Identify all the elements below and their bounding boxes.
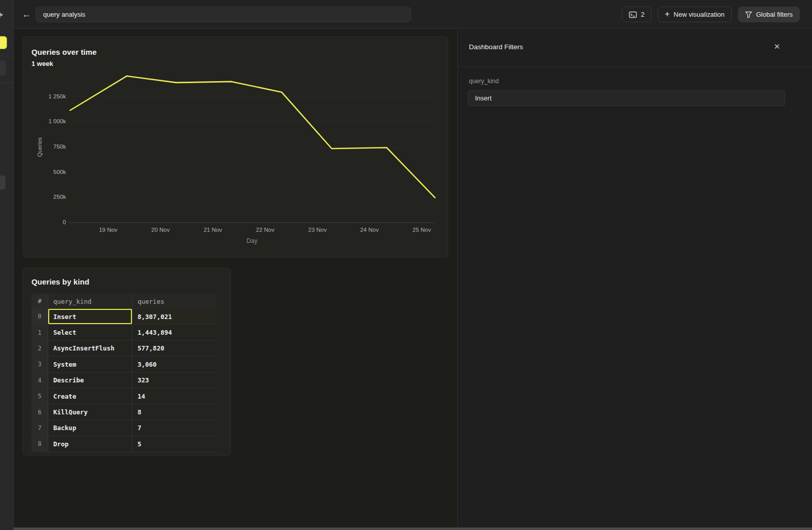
close-panel-button[interactable]: ✕ (771, 41, 783, 52)
query-kind-cell[interactable]: Create (48, 388, 132, 404)
queries-count-cell[interactable]: 577,820 (132, 341, 216, 356)
panel-divider (458, 66, 812, 67)
bottom-edge-band (0, 527, 812, 530)
x-tick-label: 25 Nov (404, 227, 439, 233)
y-tick-label: 500k (30, 169, 66, 175)
x-tick-label: 24 Nov (352, 227, 387, 233)
table-row: 5Create14 (31, 388, 216, 404)
new-visualization-button[interactable]: + New visualization (658, 7, 732, 22)
chart-title: Queries over time (31, 48, 96, 56)
y-tick-label: 0 (30, 219, 66, 225)
queries-count-cell[interactable]: 5 (132, 436, 216, 451)
queries-count-cell[interactable]: 3,060 (132, 357, 216, 372)
row-index-cell[interactable]: 4 (31, 373, 48, 388)
top-bar: ← 2 + New visualization Global filters (14, 0, 812, 29)
plus-icon: + (665, 10, 669, 19)
x-tick-label: 23 Nov (300, 227, 335, 233)
topbar-actions: 2 + New visualization Global filters (622, 7, 800, 22)
query-kind-cell[interactable]: KillQuery (48, 404, 132, 419)
funnel-icon (745, 11, 752, 18)
global-filters-button[interactable]: Global filters (738, 7, 800, 22)
queries-count-cell[interactable]: 1,443,894 (132, 325, 216, 340)
queries-by-kind-table: #query_kindqueries 0Insert8,307,0211Sele… (31, 294, 216, 452)
x-tick-label: 19 Nov (90, 227, 126, 233)
dashboard-title-input[interactable] (36, 7, 411, 22)
table-row: 3System3,060 (31, 357, 216, 372)
query-kind-filter-input[interactable] (468, 90, 785, 106)
row-index-cell[interactable]: 5 (31, 388, 48, 404)
row-index-cell[interactable]: 7 (31, 420, 48, 436)
panel-title: Dashboard Filters (469, 43, 523, 51)
sidebar-item[interactable] (0, 175, 6, 190)
queries-count-cell[interactable]: 8 (132, 404, 216, 419)
row-index-cell[interactable]: 1 (31, 325, 48, 340)
row-index-cell[interactable]: 3 (31, 357, 48, 372)
column-header: queries (132, 294, 216, 309)
chart-subtitle: 1 week (31, 60, 53, 67)
sidebar-divider (0, 83, 14, 83)
sidebar-item[interactable] (0, 60, 6, 76)
chart-plot-area[interactable]: Queries 0250k500k750k1 000k1 250k 19 Nov… (69, 72, 435, 223)
table-row: 8Drop5 (31, 436, 216, 452)
dashboard-canvas: Queries over time 1 week Queries 0250k50… (14, 29, 457, 530)
row-index-cell[interactable]: 2 (31, 341, 48, 356)
row-index-cell[interactable]: 0 (31, 309, 48, 324)
table-title: Queries by kind (31, 277, 89, 286)
table-body: 0Insert8,307,0211Select1,443,8942AsyncIn… (31, 309, 216, 452)
query-kind-cell[interactable]: Backup (48, 420, 132, 436)
console-count: 2 (641, 11, 645, 18)
query-kind-cell[interactable]: Insert (48, 309, 132, 324)
close-icon: ✕ (774, 42, 781, 51)
x-tick-label: 21 Nov (195, 227, 230, 233)
table-row: 7Backup7 (31, 420, 216, 436)
column-header: query_kind (48, 294, 132, 309)
back-button[interactable]: ← (19, 7, 34, 22)
queries-count-cell[interactable]: 8,307,021 (132, 309, 216, 324)
row-index-cell[interactable]: 8 (31, 436, 48, 451)
console-count-button[interactable]: 2 (622, 7, 652, 22)
table-header-row: #query_kindqueries (31, 294, 216, 309)
left-sidebar: ⟳ (0, 0, 14, 530)
row-index-cell[interactable]: 6 (31, 404, 48, 419)
query-kind-cell[interactable]: Describe (48, 373, 132, 388)
arrow-left-icon: ← (22, 9, 31, 19)
y-tick-label: 250k (30, 194, 66, 200)
queries-count-cell[interactable]: 7 (132, 420, 216, 436)
query-kind-cell[interactable]: AsyncInsertFlush (48, 341, 132, 356)
chart-card: Queries over time 1 week Queries 0250k50… (23, 37, 448, 258)
filter-field-label: query_kind (469, 78, 499, 85)
dashboard-filters-panel: Dashboard Filters ✕ query_kind (457, 29, 812, 530)
queries-count-cell[interactable]: 14 (132, 388, 216, 404)
table-row: 1Select1,443,894 (31, 325, 216, 340)
queries-count-cell[interactable]: 323 (132, 373, 216, 388)
query-kind-cell[interactable]: Drop (48, 436, 132, 451)
y-tick-label: 1 000k (30, 118, 66, 124)
terminal-icon (629, 11, 637, 18)
column-header: # (31, 294, 48, 309)
table-row: 6KillQuery8 (31, 404, 216, 420)
y-tick-label: 1 250k (30, 93, 66, 99)
table-row: 0Insert8,307,021 (31, 309, 216, 325)
table-row: 4Describe323 (31, 373, 216, 388)
x-axis-title: Day (69, 237, 435, 244)
sidebar-item-active-dashboard[interactable] (0, 36, 7, 49)
table-card: Queries by kind #query_kindqueries 0Inse… (23, 268, 231, 455)
line-chart-svg (69, 72, 435, 223)
x-tick-label: 20 Nov (143, 227, 178, 233)
queries-line-series (70, 76, 435, 198)
query-kind-cell[interactable]: Select (48, 325, 132, 340)
table-row: 2AsyncInsertFlush577,820 (31, 341, 216, 357)
x-tick-label: 22 Nov (247, 227, 283, 233)
sidebar-divider (0, 56, 14, 56)
y-tick-label: 750k (30, 144, 66, 150)
history-icon[interactable]: ⟳ (0, 10, 3, 21)
query-kind-cell[interactable]: System (48, 357, 132, 372)
